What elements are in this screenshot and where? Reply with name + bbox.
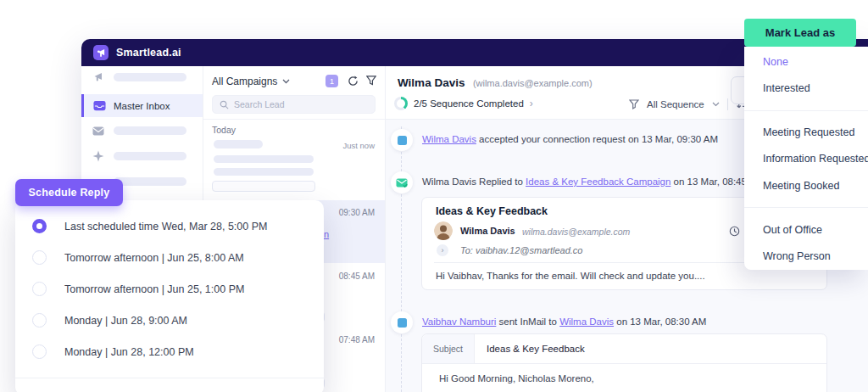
event-text: accepted your connection request on 13 M… xyxy=(476,134,718,144)
screen: Smartlead.ai Master Inbox xyxy=(0,0,868,392)
refresh-icon[interactable] xyxy=(346,74,359,87)
lead-link[interactable]: Wilma Davis xyxy=(422,134,476,144)
radio-icon[interactable] xyxy=(32,313,47,328)
schedule-reply-button[interactable]: Schedule Reply xyxy=(15,179,123,206)
skeleton-line xyxy=(214,155,314,163)
schedule-option[interactable]: Tomorrow afternoon | Jun 25, 1:00 PM xyxy=(15,273,324,305)
all-sequence-dropdown[interactable]: All Sequence xyxy=(647,99,704,109)
timeline-event: Wilma Davis accepted your connection req… xyxy=(422,134,718,144)
menu-item-wrong-person[interactable]: Wrong Person xyxy=(744,244,868,270)
avatar xyxy=(434,221,453,240)
chevron-down-icon xyxy=(282,79,290,84)
search-input[interactable] xyxy=(234,99,361,109)
menu-item-information-requested[interactable]: Information Requested xyxy=(744,146,868,172)
radio-icon[interactable] xyxy=(32,282,47,296)
chevron-right-icon: › xyxy=(530,98,533,109)
skeleton-line xyxy=(114,73,186,81)
timeline-event: Vaibhav Namburi sent InMail to Wilma Dav… xyxy=(422,316,706,327)
linkedin-event-icon xyxy=(391,129,413,151)
hidden-text-fragment: n xyxy=(324,229,329,239)
campaign-link[interactable]: Ideas & Key Feedback Campaign xyxy=(526,176,670,187)
sequence-progress-ring xyxy=(394,97,408,110)
skeleton-line xyxy=(212,181,315,192)
divider xyxy=(203,119,385,120)
skeleton-line xyxy=(114,177,186,186)
filter-icon[interactable] xyxy=(364,74,378,87)
sidebar-item-master-inbox[interactable]: Master Inbox xyxy=(81,94,203,117)
email-title: Ideas & Key Feedback xyxy=(436,205,548,217)
menu-item-none[interactable]: None xyxy=(744,48,868,75)
search-box[interactable] xyxy=(212,95,376,114)
skeleton-line xyxy=(114,126,186,135)
mark-lead-as-button[interactable]: Mark Lead as xyxy=(744,19,856,47)
schedule-option[interactable]: Tomorrow afternoon | Jun 25, 8:00 AM xyxy=(15,242,324,273)
sparkle-icon xyxy=(92,149,105,163)
inmail-card: Subject Ideas & Key Feedback Hi Good Mor… xyxy=(421,333,827,392)
expand-recipients-icon[interactable]: › xyxy=(437,244,448,256)
menu-item-interested[interactable]: Interested xyxy=(744,75,868,101)
sidebar-item-automation[interactable] xyxy=(81,146,203,166)
event-text: on 13 Mar, 08:30 AM xyxy=(614,316,706,327)
sender-email: wilma.davis@example.com xyxy=(522,227,630,237)
menu-item-out-of-office[interactable]: Out of Office xyxy=(744,216,868,243)
list-item-time: 07:48 AM xyxy=(339,335,375,344)
event-text: sent InMail to xyxy=(496,316,559,327)
sender-link[interactable]: Vaibhav Namburi xyxy=(422,316,496,327)
list-item-time: 08:45 AM xyxy=(339,272,375,281)
lead-name: Wilma Davis xyxy=(398,76,465,89)
list-item-time: 09:30 AM xyxy=(339,208,375,217)
divider xyxy=(15,378,324,378)
sequence-status[interactable]: 2/5 Sequence Completed › xyxy=(394,97,533,110)
subject-label: Subject xyxy=(422,334,475,363)
recipient: To: vaibhav.12@smartlead.co xyxy=(460,245,582,255)
skeleton-line xyxy=(214,168,314,176)
timeline-connector xyxy=(401,126,402,392)
all-campaigns-label: All Campaigns xyxy=(212,76,277,87)
brand-logo-icon xyxy=(93,45,108,60)
schedule-option[interactable]: Last scheduled time Wed, Mar 28, 5:00 PM xyxy=(15,210,324,242)
radio-selected-icon[interactable] xyxy=(32,219,47,233)
lead-link[interactable]: Wilma Davis xyxy=(559,316,614,327)
inmail-body: Hi Good Morning, Nicholas Moreno, xyxy=(439,373,594,384)
subject-value: Ideas & Key Feedback xyxy=(487,344,585,354)
menu-item-meeting-booked[interactable]: Meeting Booked xyxy=(744,172,868,199)
schedule-option[interactable]: Monday | Jun 28, 9:00 AM xyxy=(15,305,324,336)
sidebar-item-campaigns[interactable] xyxy=(81,67,203,87)
event-text: Wilma Davis Replied to xyxy=(422,176,526,187)
email-body: Hi Vaibhav, Thanks for the email. Will c… xyxy=(436,271,705,281)
schedule-option[interactable]: Monday | Jun 28, 12:00 PM xyxy=(15,336,324,367)
sidebar-item-email[interactable] xyxy=(81,120,203,141)
today-section-label: Today xyxy=(212,125,236,135)
inbox-icon xyxy=(93,100,106,111)
clock-icon xyxy=(729,226,740,237)
timeline-event: Wilma Davis Replied to Ideas & Key Feedb… xyxy=(422,176,764,187)
envelope-icon xyxy=(92,124,105,137)
menu-item-meeting-requested[interactable]: Meeting Requested xyxy=(744,120,868,146)
all-campaigns-dropdown[interactable]: All Campaigns xyxy=(212,76,290,87)
radio-icon[interactable] xyxy=(32,344,47,359)
skeleton-line xyxy=(114,152,186,160)
skeleton-line xyxy=(214,140,263,148)
divider xyxy=(744,110,868,111)
brand-name: Smartlead.ai xyxy=(116,47,181,59)
mark-lead-menu: None Interested Meeting Requested Inform… xyxy=(744,47,868,270)
search-icon xyxy=(220,100,229,109)
reply-event-icon xyxy=(391,171,413,193)
chevron-down-icon[interactable] xyxy=(712,102,720,107)
list-item-time: Just now xyxy=(343,141,376,150)
sequence-label: 2/5 Sequence Completed xyxy=(414,98,524,109)
divider xyxy=(744,207,868,208)
divider xyxy=(727,98,728,110)
count-badge: 1 xyxy=(326,75,338,87)
schedule-reply-menu: Last scheduled time Wed, Mar 28, 5:00 PM… xyxy=(15,200,324,392)
lead-email: (wilma.davis@example.com) xyxy=(473,78,593,88)
sidebar-item-label: Master Inbox xyxy=(114,101,170,111)
inmail-event-icon xyxy=(391,311,413,333)
subject-row: Subject Ideas & Key Feedback xyxy=(422,334,826,364)
funnel-icon xyxy=(629,99,639,109)
megaphone-icon xyxy=(92,70,105,84)
sender-name: Wilma Davis xyxy=(460,226,515,236)
radio-icon[interactable] xyxy=(32,250,47,265)
